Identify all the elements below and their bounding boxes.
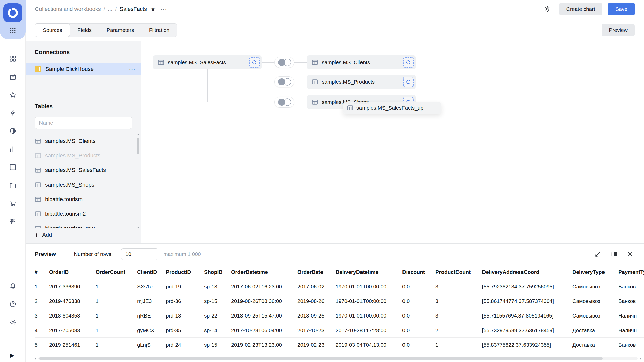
preview-cell: 1	[96, 342, 137, 348]
preview-table: #OrderIDOrderCountClientIDProductIDShopI…	[26, 265, 644, 355]
refresh-source-button[interactable]	[249, 57, 260, 68]
table-list-item[interactable]: bibattle.tourism2	[26, 207, 141, 221]
add-table-button[interactable]: + Add	[26, 229, 141, 241]
help-icon[interactable]	[0, 295, 26, 313]
save-button[interactable]: Save	[608, 3, 635, 15]
join-type-icon[interactable]	[274, 97, 294, 108]
table-list-item[interactable]: samples.MS_Shops	[26, 177, 141, 192]
preview-cell: 0.0	[402, 284, 435, 290]
preview-cell: SXs1e	[137, 284, 166, 290]
scroll-left-caret-icon[interactable]	[35, 357, 36, 360]
preview-column-header: OrderDatetime	[231, 269, 297, 275]
source-node-clients[interactable]: samples.MS_Clients	[307, 55, 416, 69]
notifications-bell-icon[interactable]	[0, 277, 26, 295]
breadcrumb-root-link[interactable]: Collections and workbooks	[35, 6, 101, 12]
apps-grid-icon[interactable]	[7, 25, 19, 36]
nav-charts-icon[interactable]	[0, 140, 26, 158]
scrollbar-thumb[interactable]	[39, 357, 603, 360]
tab-filtration[interactable]: Filtration	[142, 24, 177, 37]
preview-cell: [55.732979539,37.636178459]	[482, 327, 572, 333]
scroll-right-caret-icon[interactable]	[640, 357, 641, 360]
preview-cell: gyMCX	[137, 327, 166, 333]
table-icon	[35, 211, 41, 217]
plus-icon: +	[35, 232, 38, 238]
left-rail: ▶	[0, 0, 26, 362]
refresh-source-button[interactable]	[403, 77, 414, 87]
tables-search-input[interactable]	[35, 117, 132, 129]
dataset-settings-gear-icon[interactable]	[544, 5, 551, 13]
scrollbar-track[interactable]	[38, 357, 638, 360]
nav-connections-icon[interactable]	[0, 104, 26, 122]
nav-datasets-icon[interactable]	[0, 122, 26, 140]
table-icon	[35, 225, 41, 228]
dragged-source-node[interactable]: samples.MS_SalesFacts_up	[343, 102, 441, 114]
preview-cell: sp-15	[204, 298, 231, 304]
preview-cell: 2	[35, 298, 49, 304]
table-item-label: samples.MS_SalesFacts	[45, 167, 106, 173]
connection-item-selected[interactable]: Sample ClickHouse ⋯	[26, 63, 141, 75]
workspace: Connections Sample ClickHouse ⋯ Tables s…	[26, 41, 644, 243]
preview-cell: [55.711557694,37.805194165]	[482, 313, 572, 319]
preview-cell: prd-24	[166, 342, 204, 348]
scroll-down-caret-icon[interactable]	[137, 227, 140, 228]
join-type-icon[interactable]	[274, 57, 294, 68]
create-chart-button[interactable]: Create chart	[559, 3, 602, 15]
preview-cell: 2017-705083	[49, 327, 96, 333]
settings-gear-icon[interactable]	[0, 313, 26, 331]
table-icon	[312, 79, 318, 85]
collapse-play-icon[interactable]: ▶	[10, 352, 14, 358]
clickhouse-connection-icon	[35, 66, 41, 72]
preview-column-header: OrderCount	[96, 269, 137, 275]
tab-parameters[interactable]: Parameters	[99, 24, 142, 37]
dock-right-icon[interactable]	[611, 251, 617, 257]
table-list-item[interactable]: samples.MS_SalesFacts	[26, 163, 141, 177]
preview-cell: 1	[96, 298, 137, 304]
page-title: SalesFacts	[119, 6, 147, 12]
table-icon	[347, 105, 353, 111]
preview-cell: Банков	[618, 284, 644, 290]
preview-cell: sp-22	[204, 313, 231, 319]
tab-sources[interactable]: Sources	[35, 23, 70, 37]
preview-toggle-button[interactable]: Preview	[602, 24, 635, 36]
preview-column-header: Discount	[402, 269, 435, 275]
rows-count-input[interactable]	[121, 248, 158, 260]
refresh-source-button[interactable]	[403, 57, 414, 68]
preview-cell: 2017-336390	[49, 284, 96, 290]
nav-favorites-icon[interactable]	[0, 86, 26, 104]
preview-cell: 2019-476338	[49, 298, 96, 304]
preview-cell: 0.0	[402, 327, 435, 333]
preview-cell: 5	[35, 342, 49, 348]
close-preview-icon[interactable]	[627, 251, 633, 257]
table-item-label: samples.MS_Products	[45, 152, 100, 159]
expand-preview-icon[interactable]	[595, 251, 601, 257]
scroll-up-caret-icon[interactable]	[137, 134, 140, 135]
breadcrumb-ellipsis[interactable]: ...	[108, 6, 112, 12]
join-canvas[interactable]: samples.MS_SalesFacts samples.MS_Clients…	[142, 41, 644, 243]
preview-cell: 2019-02-23	[297, 342, 336, 348]
nav-services-icon[interactable]	[0, 212, 26, 231]
source-node-products[interactable]: samples.MS_Products	[307, 75, 416, 89]
preview-title: Preview	[35, 251, 56, 257]
source-node-root[interactable]: samples.MS_SalesFacts	[153, 55, 262, 69]
table-list-item[interactable]: bibattle.tourism_raw	[26, 221, 141, 228]
nav-storage-icon[interactable]	[0, 176, 26, 194]
datalens-logo[interactable]	[3, 3, 22, 22]
table-icon	[35, 138, 41, 144]
nav-dashboards-icon[interactable]	[0, 158, 26, 176]
preview-cell: sp-18	[204, 284, 231, 290]
more-actions-icon[interactable]: ⋯	[160, 6, 167, 13]
nav-objects-icon[interactable]	[0, 50, 26, 68]
scrollbar-thumb[interactable]	[137, 138, 139, 154]
favorite-star-icon[interactable]: ★	[150, 6, 156, 12]
table-list-item[interactable]: samples.MS_Products	[26, 148, 141, 163]
tab-fields[interactable]: Fields	[70, 24, 99, 37]
connection-more-icon[interactable]: ⋯	[129, 66, 135, 72]
table-list-item[interactable]: samples.MS_Clients	[26, 134, 141, 148]
nav-collections-icon[interactable]	[0, 68, 26, 86]
nav-marketplace-icon[interactable]	[0, 194, 26, 212]
tables-list-scrollbar	[137, 135, 139, 227]
table-list-item[interactable]: bibattle.tourism	[26, 192, 141, 207]
rail-bottom	[0, 277, 26, 331]
horizontal-scrollbar	[35, 357, 641, 361]
join-type-icon[interactable]	[274, 76, 294, 87]
